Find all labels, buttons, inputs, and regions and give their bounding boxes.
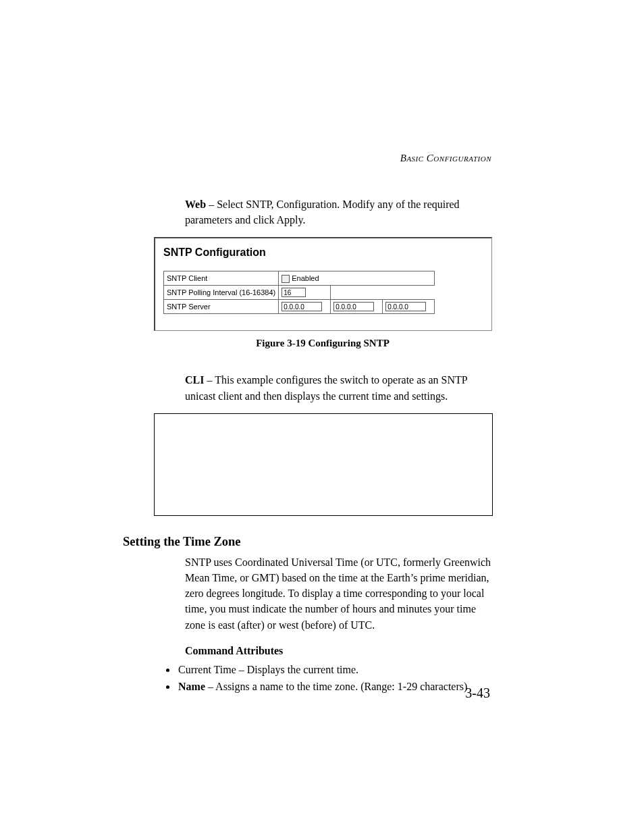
running-header: Basic Configuration <box>154 153 491 164</box>
web-lead: Web <box>185 199 206 210</box>
page-content: Basic Configuration Web – Select SNTP, C… <box>154 153 491 696</box>
section-heading-timezone: Setting the Time Zone <box>123 535 487 549</box>
figure-sntp-config: SNTP Configuration SNTP Client Enabled S… <box>154 237 492 331</box>
figure-caption: Figure 3-19 Configuring SNTP <box>154 338 491 349</box>
checkbox-enabled[interactable] <box>281 275 290 283</box>
cli-intro: CLI – This example configures the switch… <box>185 372 491 403</box>
attr-text: Current Time – Displays the current time… <box>178 664 358 675</box>
row-server: SNTP Server 0.0.0.0 0.0.0.0 0.0.0.0 <box>164 300 435 314</box>
label-server: SNTP Server <box>164 300 279 314</box>
attr-text: – Assigns a name to the time zone. (Rang… <box>205 681 467 692</box>
figure-title: SNTP Configuration <box>163 246 483 259</box>
web-intro: Web – Select SNTP, Configuration. Modify… <box>185 197 491 228</box>
enabled-text: Enabled <box>292 274 319 282</box>
cell-server1: 0.0.0.0 <box>279 300 331 314</box>
label-poll: SNTP Polling Interval (16-16384) <box>164 286 279 300</box>
section-body-timezone: SNTP uses Coordinated Universal Time (or… <box>185 554 491 633</box>
list-item: Name – Assigns a name to the time zone. … <box>177 678 491 696</box>
cell-server3: 0.0.0.0 <box>383 300 435 314</box>
input-server2[interactable]: 0.0.0.0 <box>333 302 374 311</box>
attr-lead: Name <box>178 681 205 692</box>
input-server3[interactable]: 0.0.0.0 <box>385 302 426 311</box>
cell-client-enabled: Enabled <box>279 271 435 286</box>
web-intro-text: – Select SNTP, Configuration. Modify any… <box>185 199 460 226</box>
command-attributes-list: Current Time – Displays the current time… <box>162 661 491 696</box>
page-number: 3-43 <box>465 685 490 701</box>
cli-intro-text: – This example configures the switch to … <box>185 374 467 401</box>
command-attributes-heading: Command Attributes <box>185 645 491 657</box>
cli-lead: CLI <box>185 374 204 386</box>
list-item: Current Time – Displays the current time… <box>177 661 491 679</box>
row-poll: SNTP Polling Interval (16-16384) 16 <box>164 286 435 300</box>
cell-server2: 0.0.0.0 <box>331 300 383 314</box>
row-client: SNTP Client Enabled <box>164 271 435 286</box>
label-client: SNTP Client <box>164 271 279 286</box>
cell-poll-value: 16 <box>279 286 331 300</box>
input-poll[interactable]: 16 <box>281 288 306 297</box>
input-server1[interactable]: 0.0.0.0 <box>281 302 322 311</box>
config-table: SNTP Client Enabled SNTP Polling Interva… <box>163 271 435 314</box>
cli-example-box <box>154 413 493 516</box>
